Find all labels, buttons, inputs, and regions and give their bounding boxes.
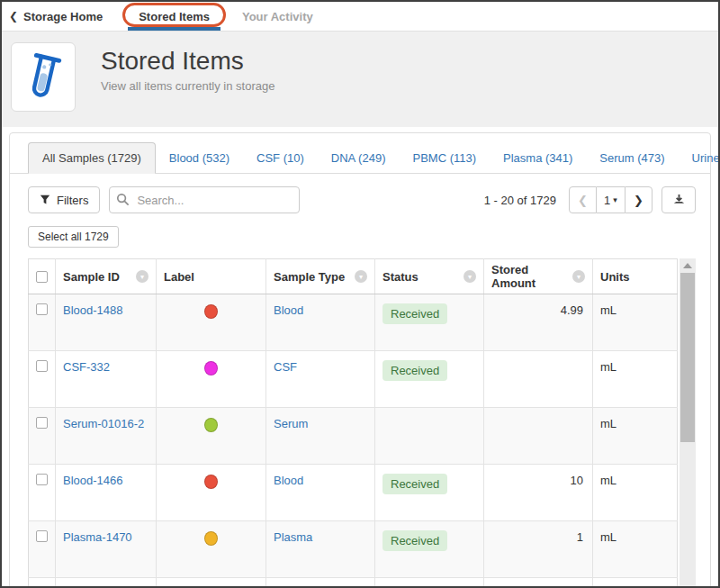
top-navigation: ❮ Storage Home Stored Items Your Activit…: [2, 2, 718, 32]
table-row: Serum-01016-2SerummL: [29, 408, 678, 465]
storage-home-back-link[interactable]: ❮ Storage Home: [9, 2, 103, 31]
row-checkbox[interactable]: [36, 417, 48, 429]
nav-tab-your-activity[interactable]: Your Activity: [238, 2, 317, 31]
table-row: Plasma-1437PlasmaReceived1mL: [29, 578, 678, 588]
sample-tabs: All Samples (1729)Blood (532)CSF (10)DNA…: [10, 133, 710, 174]
page-title: Stored Items: [101, 48, 274, 76]
nav-tab-label: Your Activity: [242, 10, 313, 23]
sample-type-link[interactable]: Blood: [274, 474, 303, 487]
tab-pbmc-113[interactable]: PBMC (113): [399, 143, 490, 173]
select-all-checkbox[interactable]: [36, 271, 48, 283]
tab-csf-10[interactable]: CSF (10): [243, 143, 318, 173]
stored-amount-value: 10: [484, 465, 593, 521]
table-row: Blood-1488BloodReceived4.99mL: [29, 294, 678, 351]
stored-amount-value: 1: [484, 521, 593, 578]
download-icon: [672, 194, 686, 206]
page-select-button[interactable]: 1 ▾: [597, 186, 625, 213]
tab-urine-11[interactable]: Urine (11): [679, 143, 720, 173]
units-value: mL: [593, 408, 678, 465]
table-row: Blood-1466BloodReceived10mL: [29, 465, 678, 521]
sample-type-link[interactable]: Plasma: [274, 530, 312, 544]
column-label: Sample Type: [274, 270, 345, 284]
column-menu-chevron-icon[interactable]: ▾: [572, 270, 585, 283]
units-value: mL: [593, 294, 678, 351]
caret-down-icon: ▾: [613, 195, 617, 204]
test-tube-icon: [11, 42, 76, 112]
tab-dna-249[interactable]: DNA (249): [318, 143, 400, 173]
active-tab-underline: [128, 27, 220, 31]
grid-body: Blood-1488BloodReceived4.99mLCSF-332CSFR…: [29, 294, 678, 588]
units-value: mL: [593, 465, 678, 521]
sample-id-link[interactable]: Serum-01016-2: [63, 417, 144, 430]
chevron-left-icon: ❮: [9, 10, 18, 23]
sample-type-link[interactable]: Blood: [274, 303, 303, 317]
column-menu-chevron-icon[interactable]: ▾: [136, 270, 148, 283]
filter-funnel-icon: [40, 194, 50, 205]
samples-grid: Sample ID▾LabelSample Type▾Status▾Stored…: [28, 258, 696, 588]
filters-button[interactable]: Filters: [28, 186, 100, 213]
row-checkbox[interactable]: [36, 474, 48, 485]
page-header: Stored Items View all items currently in…: [2, 32, 718, 127]
tab-all-samples-1729[interactable]: All Samples (1729): [28, 142, 156, 174]
column-menu-chevron-icon[interactable]: ▾: [355, 270, 367, 283]
sample-type-link[interactable]: CSF: [274, 360, 297, 374]
row-checkbox[interactable]: [36, 530, 48, 542]
scrollbar-thumb[interactable]: [680, 273, 695, 442]
label-color-dot: [204, 531, 218, 546]
stored-amount-value: 1: [484, 578, 593, 588]
label-color-dot: [204, 475, 218, 489]
status-badge: Received: [382, 360, 447, 381]
grid-toolbar: Filters 1 - 20 of 1729 ❮ 1 ▾ ❯: [10, 174, 710, 213]
pagination-info: 1 - 20 of 1729: [484, 194, 556, 207]
search-icon: [116, 193, 130, 210]
page-subtitle: View all items currently in storage: [101, 79, 274, 93]
label-color-dot: [204, 361, 218, 375]
prev-page-button[interactable]: ❮: [569, 186, 597, 213]
nav-tab-label: Stored Items: [139, 10, 210, 23]
grid-header-row: Sample ID▾LabelSample Type▾Status▾Stored…: [29, 259, 678, 294]
sample-id-link[interactable]: CSF-332: [63, 360, 110, 374]
pagination-group: ❮ 1 ▾ ❯: [569, 186, 652, 213]
tab-blood-532[interactable]: Blood (532): [156, 143, 243, 173]
column-header-sample-type[interactable]: Sample Type▾: [266, 259, 375, 294]
column-label: Sample ID: [63, 270, 120, 284]
filters-button-label: Filters: [57, 194, 88, 207]
units-value: mL: [593, 521, 678, 578]
column-menu-chevron-icon[interactable]: ▾: [464, 270, 476, 283]
status-badge: Received: [382, 474, 447, 494]
row-checkbox[interactable]: [36, 303, 48, 315]
next-page-button[interactable]: ❯: [625, 186, 652, 213]
nav-tab-stored-items[interactable]: Stored Items: [135, 2, 213, 31]
status-badge: Received: [382, 303, 447, 324]
column-header-stored-amount[interactable]: Stored Amount▾: [484, 259, 593, 294]
column-header-label: Label: [157, 259, 266, 294]
column-header-units: Units: [593, 259, 678, 294]
scrollbar-up-arrow-icon[interactable]: [683, 263, 692, 268]
samples-panel: All Samples (1729)Blood (532)CSF (10)DNA…: [9, 132, 711, 588]
sample-type-link[interactable]: Serum: [274, 417, 308, 430]
export-download-button[interactable]: [662, 186, 696, 213]
sample-id-link[interactable]: Blood-1488: [63, 303, 123, 317]
column-label: Stored Amount: [491, 263, 572, 290]
column-label: Label: [164, 270, 194, 284]
select-all-button[interactable]: Select all 1729: [28, 226, 119, 248]
column-header-sample-id[interactable]: Sample ID▾: [56, 259, 157, 294]
row-checkbox[interactable]: [36, 360, 48, 372]
vertical-scrollbar[interactable]: [680, 258, 696, 588]
status-badge: Received: [382, 530, 447, 551]
sample-id-link[interactable]: Blood-1466: [63, 474, 123, 487]
tab-plasma-341[interactable]: Plasma (341): [490, 143, 586, 173]
units-value: mL: [593, 351, 678, 408]
column-header-status[interactable]: Status▾: [375, 259, 484, 294]
search-input[interactable]: [109, 186, 300, 213]
table-row: Plasma-1470PlasmaReceived1mL: [29, 521, 678, 578]
stored-amount-value: [484, 351, 593, 408]
tab-serum-473[interactable]: Serum (473): [586, 143, 678, 173]
current-page-number: 1: [604, 194, 610, 207]
stored-amount-value: [484, 408, 593, 465]
label-color-dot: [204, 304, 218, 319]
app-window: ❮ Storage Home Stored Items Your Activit…: [0, 0, 720, 588]
sample-id-link[interactable]: Plasma-1470: [63, 530, 132, 544]
table-row: CSF-332CSFReceivedmL: [29, 351, 678, 408]
back-link-label: Storage Home: [23, 10, 103, 23]
